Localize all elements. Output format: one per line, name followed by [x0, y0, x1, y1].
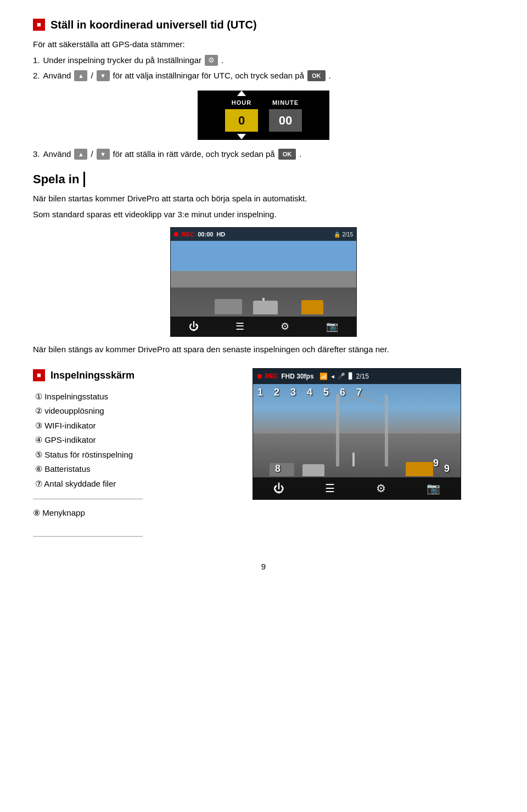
section-utc-header: ■ Ställ in koordinerad universell tid (U…: [33, 16, 494, 33]
spela-title-bar: [83, 172, 85, 187]
spela-shutdown: När bilen stängs av kommer DrivePro att …: [33, 343, 494, 356]
large-wifi: 📶: [319, 371, 328, 381]
btn-ok2-icon: OK: [278, 149, 296, 160]
utc-step2: 2. Använd ▲ / ▼ för att välja inställnin…: [33, 70, 494, 82]
recording-screen-large: REC FHD 30fps 📶 ◂ 🎤 ▊ 2/15 1 2 3 4 5 6 7…: [253, 368, 461, 500]
page-number: 9: [33, 561, 494, 573]
hud-bottom-small: ⏻ ☰ ⚙ 📷: [171, 317, 356, 336]
rec-text: REC: [182, 230, 194, 239]
utc-minute-value: 00: [269, 109, 302, 132]
inspelning-left: ■ Inspelningsskärm ① Inspelningsstatus ②…: [33, 368, 231, 544]
large-battery: ▊: [349, 371, 353, 381]
hud-numbers: 1 2 3 4 5 6 7: [253, 384, 461, 401]
utc-minute-col: MINUTE 00: [269, 98, 302, 132]
item5-label: Status för röstinspelning: [44, 450, 133, 459]
car3: [301, 300, 323, 314]
item7-label: Antal skyddade filer: [44, 479, 116, 488]
item2-num: ②: [35, 406, 44, 415]
divider-1: [33, 499, 143, 499]
item1-num: ①: [35, 392, 44, 401]
utc-step3: 3. Använd ▲ / ▼ för att ställa in rätt v…: [33, 148, 494, 161]
btn-down-icon: ▼: [97, 70, 110, 81]
camera-btn[interactable]: 📷: [326, 319, 338, 334]
utc-step1: 1. Under inspelning trycker du på Instäl…: [33, 54, 494, 67]
large-rec-text: REC: [265, 371, 278, 381]
item7-num: ⑦: [35, 479, 44, 488]
large-gear-btn[interactable]: ⚙: [376, 480, 386, 497]
bridge-tower-right: [385, 394, 388, 466]
large-camera-btn[interactable]: 📷: [427, 480, 440, 497]
step3-num: 3.: [33, 148, 40, 161]
num-label-1: 1: [257, 385, 263, 400]
inspelning-icon-box: ■: [33, 369, 45, 381]
inspelning-title-row: ■ Inspelningsskärm: [33, 368, 231, 383]
section-utc: ■ Ställ in koordinerad universell tid (U…: [33, 16, 494, 160]
list-item-2: ② videoupplösning: [33, 405, 231, 418]
large-gps: ◂: [331, 371, 334, 381]
item6-label: Batteristatus: [44, 464, 90, 473]
item3-label: WIFI-indikator: [44, 421, 96, 430]
large-counter: 2/15: [356, 371, 369, 381]
item2-label: videoupplösning: [44, 406, 104, 415]
num-label-5: 5: [323, 385, 329, 400]
utc-display: HOUR 0 MINUTE 00: [198, 91, 329, 140]
lock-icon: 🔒: [334, 230, 340, 239]
large-rec-dot: [257, 374, 262, 379]
btn-up2-icon: ▲: [74, 149, 87, 160]
list-item-5: ⑤ Status för röstinspelning: [33, 449, 231, 461]
spela-header: Spela in: [33, 170, 494, 188]
menu-btn[interactable]: ☰: [236, 319, 244, 334]
large-power-btn[interactable]: ⏻: [273, 480, 284, 497]
utc-hour-col: HOUR 0: [225, 91, 258, 140]
num-label-2: 2: [274, 385, 279, 400]
hud-time: 00:00: [198, 230, 213, 239]
step1-num: 1.: [33, 54, 40, 67]
utc-hour-value: 0: [225, 109, 258, 132]
item5-num: ⑤: [35, 450, 44, 459]
utc-minute-label: MINUTE: [272, 98, 299, 108]
hud-top-small: REC 00:00 HD 🔒 2/15: [171, 228, 356, 241]
utc-intro: För att säkerställa att GPS-data stämmer…: [33, 38, 494, 51]
num-label-9-center: 9: [433, 456, 439, 471]
item3-num: ③: [35, 421, 44, 430]
list-item-3: ③ WIFI-indikator: [33, 420, 231, 432]
utc-hour-label: HOUR: [232, 98, 251, 108]
divider-2: [33, 536, 143, 537]
num-label-8: 8: [275, 461, 281, 476]
item6-num: ⑥: [35, 464, 44, 473]
hud-top-large: REC FHD 30fps 📶 ◂ 🎤 ▊ 2/15: [253, 369, 461, 384]
btn-ok-icon: OK: [307, 70, 326, 81]
list-item-4: ④ GPS-indikator: [33, 434, 231, 447]
list-item-7: ⑦ Antal skyddade filer: [33, 478, 231, 490]
inspelning-right: REC FHD 30fps 📶 ◂ 🎤 ▊ 2/15 1 2 3 4 5 6 7…: [242, 368, 461, 500]
num-label-4: 4: [307, 385, 312, 400]
btn-up-icon: ▲: [74, 70, 87, 81]
list-item-6: ⑥ Batteristatus: [33, 463, 231, 476]
hud-quality: HD: [216, 230, 225, 239]
large-mic: 🎤: [338, 371, 345, 381]
large-car2: [302, 464, 324, 476]
car2: [253, 301, 278, 314]
section-utc-title: Ställ in koordinerad universell tid (UTC…: [51, 16, 257, 33]
spela-loop: Som standard sparas ett videoklipp var 3…: [33, 208, 494, 221]
list-item-1: ① Inspelningsstatus: [33, 391, 231, 403]
gear-btn[interactable]: ⚙: [281, 319, 289, 334]
inspelning-title: Inspelningsskärm: [51, 368, 134, 383]
item8-label: Menyknapp: [42, 508, 85, 517]
rec-dot: [174, 232, 178, 236]
large-menu-btn[interactable]: ☰: [325, 480, 335, 497]
inspelning-list: ① Inspelningsstatus ② videoupplösning ③ …: [33, 391, 231, 490]
spela-intro: När bilen startas kommer DrivePro att st…: [33, 193, 494, 205]
section-utc-icon: ■: [33, 19, 45, 31]
num-label-7: 7: [356, 385, 362, 400]
section-spela: Spela in När bilen startas kommer DriveP…: [33, 170, 494, 356]
recording-screen-small: REC 00:00 HD 🔒 2/15 ⏻ ☰ ⚙ 📷: [170, 227, 357, 337]
hud-icons: 🔒 2/15: [334, 230, 353, 239]
large-car1: [270, 463, 294, 476]
list-item-8-row: ⑧ Menyknapp: [33, 507, 231, 520]
bridge-tower-left: [336, 394, 339, 466]
item1-label: Inspelningsstatus: [44, 392, 108, 401]
section-inspelning: ■ Inspelningsskärm ① Inspelningsstatus ②…: [33, 368, 494, 544]
utc-hour-arrow-up: [237, 91, 246, 96]
power-btn[interactable]: ⏻: [189, 319, 199, 334]
